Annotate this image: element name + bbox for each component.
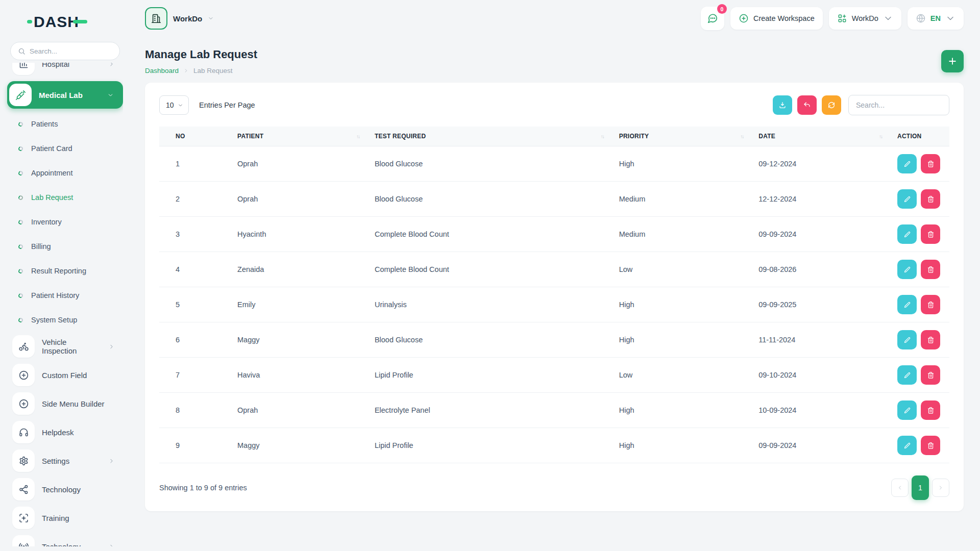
entries-summary: Showing 1 to 9 of 9 entries — [159, 484, 247, 492]
row-edit-button[interactable] — [897, 436, 917, 455]
row-delete-button[interactable] — [921, 330, 940, 349]
row-edit-button[interactable] — [897, 154, 917, 173]
sidebar-item-patients[interactable]: Patients — [12, 112, 123, 136]
table-row: 5EmilyUrinalysisHigh09-09-2025 — [159, 287, 949, 322]
cell-no: 9 — [159, 428, 232, 463]
sidebar-item-appointment[interactable]: Appointment — [12, 161, 123, 185]
row-edit-button[interactable] — [897, 400, 917, 420]
sidebar-item-custom-field[interactable]: Custom Field — [12, 361, 123, 389]
sidebar-search-input[interactable] — [30, 47, 120, 55]
sidebar-item-result-reporting[interactable]: Result Reporting — [12, 259, 123, 283]
sidebar-item-hospital[interactable]: Hospital — [12, 63, 123, 78]
reset-button[interactable] — [797, 95, 817, 115]
sort-icon[interactable]: ↑↓ — [601, 134, 604, 139]
row-delete-button[interactable] — [921, 436, 940, 455]
row-delete-button[interactable] — [921, 189, 940, 209]
sidebar-item-label: Hospital — [42, 63, 69, 68]
page-1-button[interactable]: 1 — [912, 475, 929, 500]
globe-icon — [916, 13, 926, 23]
topbar-actions: 0 Create Workspace WorkDo — [701, 7, 964, 30]
cell-patient: Emily — [232, 287, 370, 322]
cell-priority: Low — [614, 252, 754, 287]
workspace-selector[interactable]: WorkDo — [145, 7, 214, 30]
cell-priority: Medium — [614, 182, 754, 217]
refresh-button[interactable] — [822, 95, 841, 115]
bullet-icon — [18, 145, 24, 152]
sort-icon[interactable]: ↑↓ — [879, 134, 882, 139]
cell-no: 3 — [159, 217, 232, 252]
sidebar-item-side-menu-builder[interactable]: Side Menu Builder — [12, 389, 123, 418]
row-delete-button[interactable] — [921, 260, 940, 279]
row-delete-button[interactable] — [921, 224, 940, 244]
sidebar-item-vehicle-inspection[interactable]: Vehicle Inspection — [12, 332, 123, 361]
cell-patient: Oprah — [232, 182, 370, 217]
workdo-menu-button[interactable]: WorkDo — [829, 7, 901, 30]
sidebar-item-patient-history[interactable]: Patient History — [12, 283, 123, 308]
sidebar-item-patient-card[interactable]: Patient Card — [12, 136, 123, 161]
cell-no: 1 — [159, 146, 232, 182]
bullet-icon — [18, 292, 24, 298]
row-delete-button[interactable] — [921, 154, 940, 173]
page-title: Manage Lab Request — [145, 48, 257, 61]
column-header-date[interactable]: DATE↑↓ — [753, 127, 892, 146]
row-edit-button[interactable] — [897, 365, 917, 385]
row-edit-button[interactable] — [897, 295, 917, 314]
cell-no: 6 — [159, 322, 232, 358]
plus-circle-icon — [739, 13, 749, 23]
table-row: 4ZenaidaComplete Blood CountLow09-08-202… — [159, 252, 949, 287]
trash-icon — [927, 266, 935, 273]
export-button[interactable] — [773, 95, 792, 115]
row-edit-button[interactable] — [897, 189, 917, 209]
sidebar-item-inventory[interactable]: Inventory — [12, 210, 123, 234]
sort-icon[interactable]: ↑↓ — [740, 134, 743, 139]
row-delete-button[interactable] — [921, 400, 940, 420]
cell-patient: Maggy — [232, 428, 370, 463]
cell-priority: Medium — [614, 217, 754, 252]
row-edit-button[interactable] — [897, 260, 917, 279]
column-header-test-required[interactable]: TEST REQUIRED↑↓ — [370, 127, 614, 146]
breadcrumb-dashboard-link[interactable]: Dashboard — [145, 67, 179, 74]
create-workspace-button[interactable]: Create Workspace — [730, 7, 823, 30]
row-delete-button[interactable] — [921, 295, 940, 314]
column-header-priority[interactable]: PRIORITY↑↓ — [614, 127, 754, 146]
trash-icon — [927, 336, 935, 344]
row-edit-button[interactable] — [897, 330, 917, 349]
cell-test: Lipid Profile — [370, 428, 614, 463]
table-search-input[interactable] — [848, 95, 949, 115]
messages-button[interactable]: 0 — [701, 7, 724, 30]
sidebar-item-billing[interactable]: Billing — [12, 234, 123, 259]
topbar: WorkDo 0 Create Workspace — [145, 0, 964, 37]
workdo-menu-label: WorkDo — [852, 14, 878, 22]
row-delete-button[interactable] — [921, 365, 940, 385]
cell-action — [892, 428, 949, 463]
sidebar-item-technology[interactable]: Technology — [12, 532, 123, 546]
chevron-right-icon — [938, 485, 944, 491]
sidebar-item-label: Training — [42, 514, 69, 522]
table-row: 2OprahBlood GlucoseMedium12-12-2024 — [159, 182, 949, 217]
entries-per-page-select[interactable]: 10 — [159, 95, 189, 115]
sidebar-search[interactable] — [10, 42, 120, 60]
breadcrumb: Dashboard Lab Request — [145, 67, 257, 74]
sidebar-item-lab-request[interactable]: Lab Request — [12, 185, 123, 210]
add-lab-request-button[interactable] — [941, 50, 964, 72]
next-page-button[interactable] — [932, 479, 949, 497]
sort-icon[interactable]: ↑↓ — [356, 134, 359, 139]
sidebar-item-helpdesk[interactable]: Helpdesk — [12, 418, 123, 446]
sidebar-item-medical-lab[interactable]: Medical Lab — [7, 81, 123, 109]
sidebar-item-system-setup[interactable]: System Setup — [12, 308, 123, 332]
sidebar-item-settings[interactable]: Settings — [12, 446, 123, 475]
trash-icon — [927, 231, 935, 238]
column-header-patient[interactable]: PATIENT↑↓ — [232, 127, 370, 146]
cell-test: Complete Blood Count — [370, 217, 614, 252]
sidebar-item-training[interactable]: Training — [12, 504, 123, 532]
cell-date: 09-09-2024 — [753, 217, 892, 252]
row-edit-button[interactable] — [897, 224, 917, 244]
cell-priority: High — [614, 322, 754, 358]
sidebar-item-technology[interactable]: Technology — [12, 475, 123, 504]
sidebar-item-label: Patient History — [31, 291, 79, 299]
previous-page-button[interactable] — [891, 479, 909, 497]
download-icon — [778, 101, 787, 109]
lab-request-card: 10 Entries Per Page — [145, 83, 964, 511]
language-selector[interactable]: EN — [908, 7, 964, 30]
chevron-right-icon — [108, 458, 115, 464]
